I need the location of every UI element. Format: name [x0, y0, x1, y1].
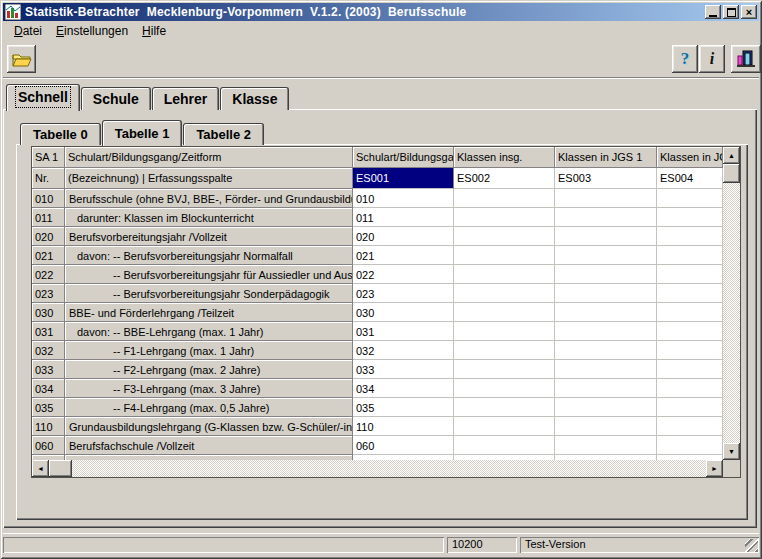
row-label[interactable]: BBE- und Förderlehrgang /Teilzeit [65, 303, 353, 322]
row-code[interactable]: 110 [32, 417, 65, 436]
row-label[interactable]: -- F3-Lehrgang (max. 3 Jahre) [65, 379, 353, 398]
row-label[interactable]: Berufsschule (ohne BVJ, BBE-, Förder- un… [65, 189, 353, 208]
row-code[interactable]: 020 [32, 227, 65, 246]
row-empty-cell[interactable] [657, 246, 723, 265]
tab-tabelle-0[interactable]: Tabelle 0 [20, 123, 101, 145]
grid-cell[interactable]: ES002 [454, 168, 555, 189]
row-empty-cell[interactable] [454, 303, 555, 322]
row-empty-cell[interactable] [657, 379, 723, 398]
row-label[interactable]: davon: -- Berufsvorbereitungsjahr Normal… [65, 246, 353, 265]
row-es-cell[interactable]: 035 [353, 398, 454, 417]
row-label[interactable]: Berufsfachschule /Vollzeit [65, 436, 353, 455]
row-empty-cell[interactable] [555, 379, 657, 398]
row-empty-cell[interactable] [555, 265, 657, 284]
row-empty-cell[interactable] [555, 436, 657, 455]
row-code[interactable]: 031 [32, 322, 65, 341]
row-empty-cell[interactable] [454, 246, 555, 265]
row-code[interactable]: 010 [32, 189, 65, 208]
row-empty-cell[interactable] [555, 284, 657, 303]
row-label[interactable]: darunter: Klassen im Blockunterricht [65, 208, 353, 227]
row-empty-cell[interactable] [555, 398, 657, 417]
row-empty-cell[interactable] [454, 265, 555, 284]
row-label[interactable]: -- F4-Lehrgang (max. 0,5 Jahre) [65, 398, 353, 417]
column-header[interactable]: SA 1 [32, 147, 65, 168]
row-empty-cell[interactable] [454, 227, 555, 246]
tab-tabelle-2[interactable]: Tabelle 2 [183, 123, 264, 145]
row-empty-cell[interactable] [454, 208, 555, 227]
row-code[interactable]: 033 [32, 360, 65, 379]
row-code[interactable]: 034 [32, 379, 65, 398]
row-empty-cell[interactable] [657, 322, 723, 341]
row-es-cell[interactable]: 060 [353, 436, 454, 455]
column-header[interactable]: Schulart/Bildungsga [353, 147, 454, 168]
help-button[interactable]: ? [672, 45, 698, 73]
row-empty-cell[interactable] [454, 189, 555, 208]
row-code[interactable]: 023 [32, 284, 65, 303]
tab-lehrer[interactable]: Lehrer [152, 87, 220, 110]
row-code[interactable]: 060 [32, 436, 65, 455]
scroll-left-button[interactable]: ◄ [32, 460, 49, 477]
row-es-cell[interactable]: 034 [353, 379, 454, 398]
maximize-button[interactable] [723, 5, 739, 19]
selected-cell[interactable]: ES001 [353, 168, 454, 189]
minimize-button[interactable] [705, 5, 721, 19]
scroll-right-button[interactable]: ► [706, 460, 723, 477]
row-es-cell[interactable]: 030 [353, 303, 454, 322]
horizontal-scroll-thumb[interactable] [49, 460, 72, 477]
row-empty-cell[interactable] [555, 417, 657, 436]
row-code[interactable]: 032 [32, 341, 65, 360]
info-button[interactable]: i [699, 45, 725, 73]
column-header[interactable]: Klassen in JGS 1 [555, 147, 657, 168]
row-empty-cell[interactable] [657, 208, 723, 227]
row-code[interactable]: 021 [32, 246, 65, 265]
row-es-cell[interactable]: 032 [353, 341, 454, 360]
column-header[interactable]: Schulart/Bildungsgang/Zeitform [65, 147, 353, 168]
close-button[interactable]: × [741, 5, 757, 19]
row-code[interactable]: 011 [32, 208, 65, 227]
menu-datei[interactable]: Datei [7, 22, 49, 40]
row-empty-cell[interactable] [555, 227, 657, 246]
row-label[interactable]: -- F1-Lehrgang (max. 1 Jahr) [65, 341, 353, 360]
tab-tabelle-1[interactable]: Tabelle 1 [102, 120, 183, 146]
row-empty-cell[interactable] [657, 360, 723, 379]
row-empty-cell[interactable] [657, 341, 723, 360]
scroll-down-button[interactable]: ▼ [723, 443, 740, 460]
row-empty-cell[interactable] [454, 360, 555, 379]
row-code[interactable]: 022 [32, 265, 65, 284]
row-empty-cell[interactable] [555, 189, 657, 208]
row-es-cell[interactable]: 023 [353, 284, 454, 303]
row-es-cell[interactable]: 011 [353, 208, 454, 227]
row-empty-cell[interactable] [454, 284, 555, 303]
row-label[interactable]: -- F2-Lehrgang (max. 2 Jahre) [65, 360, 353, 379]
row-empty-cell[interactable] [555, 303, 657, 322]
row-code[interactable]: 030 [32, 303, 65, 322]
vertical-scroll-thumb[interactable] [723, 164, 740, 183]
column-header[interactable]: Klassen in JG [657, 147, 723, 168]
row-empty-cell[interactable] [657, 398, 723, 417]
row-empty-cell[interactable] [454, 417, 555, 436]
row-empty-cell[interactable] [657, 303, 723, 322]
grid-cell[interactable]: ES004 [657, 168, 723, 189]
tab-schule[interactable]: Schule [81, 87, 151, 110]
tab-schnell[interactable]: Schnell [6, 84, 80, 111]
row-empty-cell[interactable] [657, 436, 723, 455]
grid-cell[interactable]: ES003 [555, 168, 657, 189]
menu-einstellungen[interactable]: Einstellungen [49, 22, 135, 40]
row-empty-cell[interactable] [454, 436, 555, 455]
row-es-cell[interactable]: 033 [353, 360, 454, 379]
row-label[interactable]: -- Berufsvorbereitungsjahr für Aussiedle… [65, 265, 353, 284]
row-es-cell[interactable]: 021 [353, 246, 454, 265]
titlebar[interactable]: Statistik-Betrachter Mecklenburg-Vorpomm… [3, 3, 759, 21]
row-empty-cell[interactable] [657, 265, 723, 284]
resize-grip[interactable] [745, 539, 758, 552]
row-empty-cell[interactable] [555, 246, 657, 265]
row-empty-cell[interactable] [657, 284, 723, 303]
scroll-up-button[interactable]: ▲ [723, 147, 740, 164]
row-empty-cell[interactable] [657, 227, 723, 246]
open-file-button[interactable] [7, 45, 36, 73]
vertical-scrollbar[interactable]: ▲ ▼ [723, 147, 740, 460]
row-es-cell[interactable]: 110 [353, 417, 454, 436]
row-empty-cell[interactable] [657, 189, 723, 208]
exit-button[interactable] [731, 45, 761, 73]
row-label[interactable]: davon: -- BBE-Lehrgang (max. 1 Jahr) [65, 322, 353, 341]
